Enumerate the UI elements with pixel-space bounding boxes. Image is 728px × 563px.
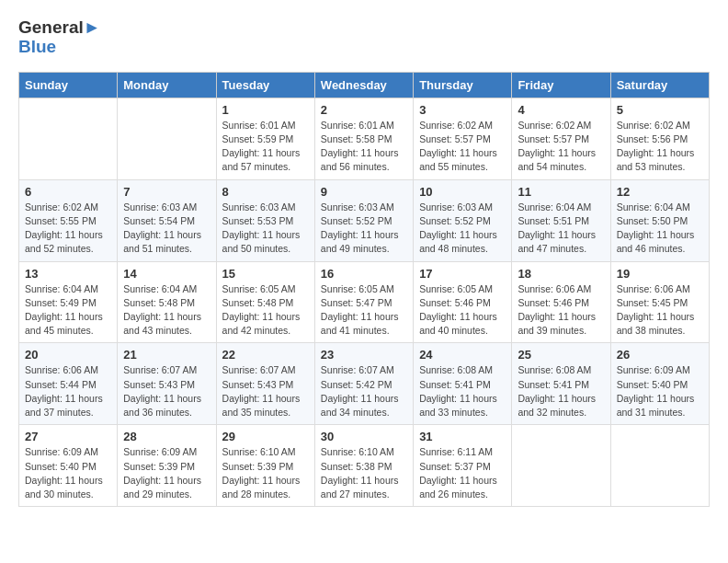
- calendar-week-row: 20Sunrise: 6:06 AMSunset: 5:44 PMDayligh…: [19, 343, 710, 425]
- day-info: Sunrise: 6:04 AMSunset: 5:51 PMDaylight:…: [518, 201, 604, 257]
- col-header-friday: Friday: [512, 72, 610, 98]
- day-number: 5: [617, 103, 703, 117]
- calendar-week-row: 27Sunrise: 6:09 AMSunset: 5:40 PMDayligh…: [19, 425, 710, 507]
- calendar-cell: [512, 425, 610, 507]
- calendar-cell: 25Sunrise: 6:08 AMSunset: 5:41 PMDayligh…: [512, 343, 610, 425]
- calendar-cell: 5Sunrise: 6:02 AMSunset: 5:56 PMDaylight…: [610, 98, 709, 179]
- day-number: 2: [321, 103, 407, 117]
- calendar-cell: [118, 98, 216, 179]
- day-number: 18: [518, 267, 604, 281]
- calendar-cell: 27Sunrise: 6:09 AMSunset: 5:40 PMDayligh…: [19, 425, 118, 507]
- day-info: Sunrise: 6:04 AMSunset: 5:50 PMDaylight:…: [617, 201, 703, 257]
- day-number: 28: [123, 430, 210, 443]
- day-number: 23: [321, 348, 407, 362]
- day-info: Sunrise: 6:03 AMSunset: 5:52 PMDaylight:…: [419, 201, 506, 257]
- day-info: Sunrise: 6:02 AMSunset: 5:56 PMDaylight:…: [617, 119, 703, 175]
- day-info: Sunrise: 6:05 AMSunset: 5:46 PMDaylight:…: [419, 282, 506, 339]
- day-info: Sunrise: 6:10 AMSunset: 5:39 PMDaylight:…: [222, 445, 309, 501]
- day-number: 8: [222, 185, 309, 199]
- day-info: Sunrise: 6:07 AMSunset: 5:43 PMDaylight:…: [222, 363, 309, 419]
- day-number: 25: [518, 348, 604, 362]
- day-number: 27: [25, 430, 111, 443]
- day-info: Sunrise: 6:08 AMSunset: 5:41 PMDaylight:…: [419, 363, 506, 419]
- day-info: Sunrise: 6:04 AMSunset: 5:49 PMDaylight:…: [25, 282, 111, 339]
- calendar-cell: 19Sunrise: 6:06 AMSunset: 5:45 PMDayligh…: [610, 261, 709, 343]
- calendar-cell: 26Sunrise: 6:09 AMSunset: 5:40 PMDayligh…: [610, 343, 709, 425]
- day-number: 4: [518, 103, 604, 117]
- calendar-cell: 20Sunrise: 6:06 AMSunset: 5:44 PMDayligh…: [19, 343, 118, 425]
- col-header-tuesday: Tuesday: [216, 72, 314, 98]
- calendar-cell: 17Sunrise: 6:05 AMSunset: 5:46 PMDayligh…: [414, 261, 512, 343]
- calendar-cell: 14Sunrise: 6:04 AMSunset: 5:48 PMDayligh…: [118, 261, 216, 343]
- day-info: Sunrise: 6:03 AMSunset: 5:52 PMDaylight:…: [321, 201, 407, 257]
- day-number: 26: [617, 348, 703, 362]
- logo-blue: Blue: [18, 37, 56, 56]
- calendar-cell: 1Sunrise: 6:01 AMSunset: 5:59 PMDaylight…: [216, 98, 314, 179]
- logo-general: General: [18, 17, 84, 37]
- calendar-week-row: 6Sunrise: 6:02 AMSunset: 5:55 PMDaylight…: [19, 179, 710, 261]
- col-header-monday: Monday: [118, 72, 216, 98]
- day-info: Sunrise: 6:06 AMSunset: 5:45 PMDaylight:…: [617, 282, 703, 339]
- calendar-cell: 30Sunrise: 6:10 AMSunset: 5:38 PMDayligh…: [314, 425, 413, 507]
- day-number: 12: [617, 185, 703, 199]
- calendar-cell: 13Sunrise: 6:04 AMSunset: 5:49 PMDayligh…: [19, 261, 118, 343]
- day-number: 7: [123, 185, 210, 199]
- calendar-cell: 8Sunrise: 6:03 AMSunset: 5:53 PMDaylight…: [216, 179, 314, 261]
- day-info: Sunrise: 6:01 AMSunset: 5:58 PMDaylight:…: [321, 119, 407, 175]
- day-info: Sunrise: 6:06 AMSunset: 5:44 PMDaylight:…: [25, 363, 111, 419]
- day-info: Sunrise: 6:06 AMSunset: 5:46 PMDaylight:…: [518, 282, 604, 339]
- col-header-sunday: Sunday: [19, 72, 118, 98]
- day-number: 16: [321, 267, 407, 281]
- calendar-cell: 22Sunrise: 6:07 AMSunset: 5:43 PMDayligh…: [216, 343, 314, 425]
- calendar-week-row: 1Sunrise: 6:01 AMSunset: 5:59 PMDaylight…: [19, 98, 710, 179]
- day-number: 1: [222, 103, 309, 117]
- day-info: Sunrise: 6:10 AMSunset: 5:38 PMDaylight:…: [321, 445, 407, 501]
- day-number: 9: [321, 185, 407, 199]
- day-number: 15: [222, 267, 309, 281]
- day-info: Sunrise: 6:07 AMSunset: 5:43 PMDaylight:…: [123, 363, 210, 419]
- day-number: 30: [321, 430, 407, 443]
- day-number: 11: [518, 185, 604, 199]
- day-number: 10: [419, 185, 506, 199]
- day-number: 19: [617, 267, 703, 281]
- calendar-cell: 7Sunrise: 6:03 AMSunset: 5:54 PMDaylight…: [118, 179, 216, 261]
- day-info: Sunrise: 6:09 AMSunset: 5:40 PMDaylight:…: [617, 363, 703, 419]
- day-info: Sunrise: 6:09 AMSunset: 5:40 PMDaylight:…: [25, 445, 111, 501]
- day-number: 3: [419, 103, 506, 117]
- day-info: Sunrise: 6:09 AMSunset: 5:39 PMDaylight:…: [123, 445, 210, 501]
- day-info: Sunrise: 6:02 AMSunset: 5:55 PMDaylight:…: [25, 201, 111, 257]
- day-number: 31: [419, 430, 506, 443]
- day-number: 22: [222, 348, 309, 362]
- calendar-cell: 16Sunrise: 6:05 AMSunset: 5:47 PMDayligh…: [314, 261, 413, 343]
- calendar-cell: [19, 98, 118, 179]
- day-number: 29: [222, 430, 309, 443]
- day-number: 17: [419, 267, 506, 281]
- day-info: Sunrise: 6:08 AMSunset: 5:41 PMDaylight:…: [518, 363, 604, 419]
- day-info: Sunrise: 6:07 AMSunset: 5:42 PMDaylight:…: [321, 363, 407, 419]
- day-number: 13: [25, 267, 111, 281]
- calendar-cell: 3Sunrise: 6:02 AMSunset: 5:57 PMDaylight…: [414, 98, 512, 179]
- calendar-cell: 29Sunrise: 6:10 AMSunset: 5:39 PMDayligh…: [216, 425, 314, 507]
- day-info: Sunrise: 6:11 AMSunset: 5:37 PMDaylight:…: [419, 445, 506, 501]
- calendar-cell: 11Sunrise: 6:04 AMSunset: 5:51 PMDayligh…: [512, 179, 610, 261]
- day-number: 24: [419, 348, 506, 362]
- day-info: Sunrise: 6:03 AMSunset: 5:54 PMDaylight:…: [123, 201, 210, 257]
- calendar-cell: 10Sunrise: 6:03 AMSunset: 5:52 PMDayligh…: [414, 179, 512, 261]
- calendar-cell: 2Sunrise: 6:01 AMSunset: 5:58 PMDaylight…: [314, 98, 413, 179]
- calendar-cell: 15Sunrise: 6:05 AMSunset: 5:48 PMDayligh…: [216, 261, 314, 343]
- day-number: 20: [25, 348, 111, 362]
- day-number: 6: [25, 185, 111, 199]
- page-header: General► Blue: [18, 18, 710, 57]
- col-header-wednesday: Wednesday: [314, 72, 413, 98]
- calendar-cell: 31Sunrise: 6:11 AMSunset: 5:37 PMDayligh…: [414, 425, 512, 507]
- col-header-thursday: Thursday: [414, 72, 512, 98]
- logo: General► Blue: [18, 18, 101, 57]
- calendar-cell: 28Sunrise: 6:09 AMSunset: 5:39 PMDayligh…: [118, 425, 216, 507]
- day-info: Sunrise: 6:02 AMSunset: 5:57 PMDaylight:…: [419, 119, 506, 175]
- day-info: Sunrise: 6:05 AMSunset: 5:47 PMDaylight:…: [321, 282, 407, 339]
- calendar-cell: 24Sunrise: 6:08 AMSunset: 5:41 PMDayligh…: [414, 343, 512, 425]
- calendar-table: SundayMondayTuesdayWednesdayThursdayFrid…: [18, 72, 710, 507]
- day-info: Sunrise: 6:04 AMSunset: 5:48 PMDaylight:…: [123, 282, 210, 339]
- calendar-cell: 21Sunrise: 6:07 AMSunset: 5:43 PMDayligh…: [118, 343, 216, 425]
- day-info: Sunrise: 6:02 AMSunset: 5:57 PMDaylight:…: [518, 119, 604, 175]
